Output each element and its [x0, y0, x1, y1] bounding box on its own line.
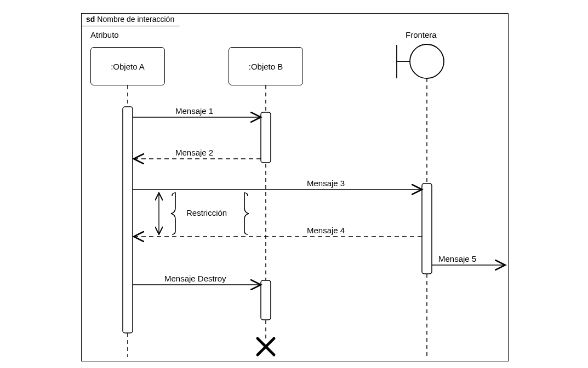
message-3-label: Mensaje 3 — [307, 179, 345, 188]
message-destroy-label: Mensaje Destroy — [164, 274, 226, 283]
frame-label: sdNombre de interacción — [81, 13, 187, 26]
object-a-label: :Objeto A — [111, 62, 145, 71]
diagram-canvas: sdNombre de interacción Atributo Fronter… — [0, 0, 588, 368]
attribute-label: Atributo — [90, 30, 119, 39]
object-a-box: :Objeto A — [90, 47, 165, 85]
message-1-label: Mensaje 1 — [175, 106, 213, 116]
message-5-label: Mensaje 5 — [438, 254, 476, 263]
frame-title: Nombre de interacción — [97, 15, 174, 24]
object-b-label: :Objeto B — [249, 62, 283, 71]
message-4-label: Mensaje 4 — [307, 226, 345, 235]
frame-tag: sd — [86, 15, 95, 24]
message-2-label: Mensaje 2 — [175, 148, 213, 157]
boundary-label: Frontera — [406, 30, 437, 39]
constraint-label: Restricción — [186, 208, 227, 217]
object-b-box: :Objeto B — [229, 47, 303, 85]
